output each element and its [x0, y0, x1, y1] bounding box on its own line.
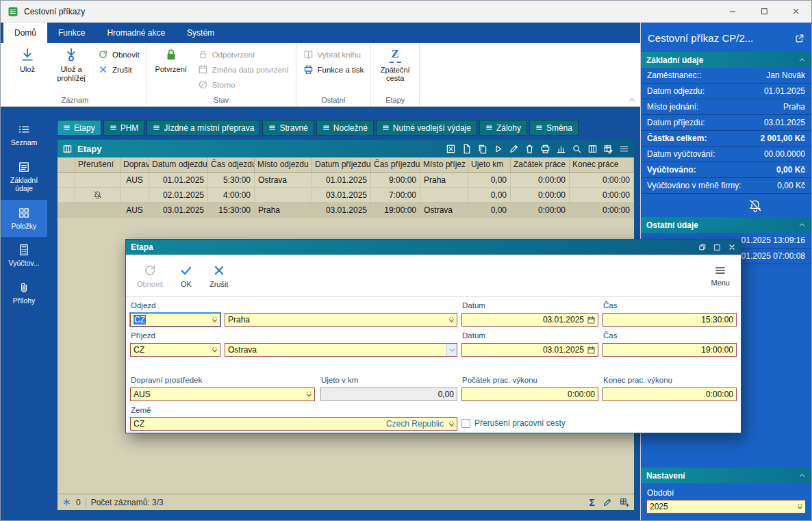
- dialog-dock-icon[interactable]: [698, 243, 707, 251]
- preruseni-checkbox[interactable]: Přerušení pracovní cesty: [461, 418, 566, 428]
- section-header-ostatni-udaje[interactable]: Ostatní údaje: [641, 217, 811, 233]
- filter-icon[interactable]: [62, 498, 71, 507]
- collapse-section-icon[interactable]: [798, 472, 806, 479]
- obnovit-button[interactable]: Obnovit: [98, 49, 140, 60]
- section-header-nastaveni[interactable]: Nastavení: [641, 468, 811, 483]
- tab-zalohy[interactable]: Zálohy: [479, 120, 527, 136]
- dropdown-icon[interactable]: [210, 344, 220, 356]
- collapse-section-icon[interactable]: [798, 56, 806, 64]
- table-row[interactable]: AUS03.01.202515:30:00Praha03.01.202519:0…: [58, 203, 634, 218]
- table-row[interactable]: 02.01.20254:00:0003.01.20257:00:000,000:…: [58, 188, 634, 203]
- vybrat-knihu-button[interactable]: Vybrat knihu: [303, 49, 364, 60]
- tab-smena[interactable]: Směna: [529, 120, 579, 136]
- tab-nutne-vedlejsi-vydaje[interactable]: Nutné vedlejší výdaje: [376, 120, 477, 136]
- zmena-data-potvrzeni-button[interactable]: Změna data potvrzení: [198, 64, 289, 75]
- pocatek-field[interactable]: 0:00:00: [461, 387, 598, 401]
- dropdown-icon[interactable]: [446, 314, 457, 326]
- close-button[interactable]: [780, 1, 811, 22]
- menu-button[interactable]: Menu: [711, 264, 730, 287]
- ok-button[interactable]: OK: [179, 264, 193, 288]
- ribbon-tab-domu[interactable]: Domů: [3, 23, 47, 43]
- zeme-combobox[interactable]: CZ Czech Republic: [130, 417, 457, 431]
- prijezd-datum-field[interactable]: 03.01.2025: [461, 343, 598, 357]
- open-record-icon[interactable]: [795, 34, 804, 43]
- section-header-zakladni-udaje[interactable]: Základní údaje: [641, 52, 811, 68]
- grid-toolbar-excel-icon[interactable]: [446, 144, 456, 154]
- edit-columns-icon[interactable]: [620, 498, 629, 507]
- column-header-ujeto-km[interactable]: Ujeto km: [468, 157, 511, 172]
- prijezd-place-combobox[interactable]: Ostrava: [225, 343, 457, 357]
- grid-toolbar-chart-icon[interactable]: [556, 144, 566, 154]
- grid-toolbar-menu-icon[interactable]: [619, 144, 629, 154]
- dialog-close-icon[interactable]: [728, 243, 736, 251]
- prijezd-country-combobox[interactable]: CZ: [130, 343, 220, 357]
- ribbon-collapse-icon[interactable]: [628, 96, 636, 104]
- column-header-konec-prace[interactable]: Konec práce: [570, 157, 634, 172]
- tab-phm[interactable]: PHM: [103, 120, 145, 136]
- dropdown-icon[interactable]: [795, 500, 805, 513]
- checkbox-box[interactable]: [461, 419, 470, 428]
- storno-button[interactable]: Storno: [198, 79, 289, 90]
- table-row[interactable]: AUS01.01.20255:30:00Ostrava01.01.20259:0…: [58, 173, 634, 188]
- column-header-cas-odjezdu[interactable]: Čas odjezdu: [208, 157, 255, 172]
- uloz-a-prohlizej-button[interactable]: Ulož a prohlížej: [49, 43, 93, 82]
- obdobi-combobox[interactable]: 2025: [646, 500, 806, 513]
- maximize-button[interactable]: [748, 1, 780, 22]
- calendar-icon[interactable]: [587, 346, 598, 355]
- tab-noclezne[interactable]: Nocležné: [316, 120, 374, 136]
- sidebar-item-vyuctov[interactable]: Vyúčtov...: [1, 237, 47, 275]
- dialog-maximize-icon[interactable]: [713, 244, 721, 251]
- calendar-icon[interactable]: [587, 316, 598, 325]
- sum-icon[interactable]: Σ: [589, 497, 595, 508]
- tab-jizdne-a-mistni-preprava[interactable]: Jízdné a místní přeprava: [147, 120, 260, 136]
- dialog-titlebar[interactable]: Etapa: [126, 240, 741, 255]
- column-header-preruseni[interactable]: Přerušení: [75, 157, 120, 172]
- zrusit-button[interactable]: Zrušit: [98, 64, 140, 75]
- zpatecni-cesta-button[interactable]: ZZpáteční cesta: [373, 43, 417, 83]
- potvrzeni-button[interactable]: Potvrzení: [149, 43, 193, 74]
- prijezd-cas-field[interactable]: 19:00:00: [602, 343, 737, 357]
- odjezd-datum-field[interactable]: 03.01.2025: [461, 313, 598, 327]
- dropdown-icon[interactable]: [210, 314, 220, 326]
- dopravni-combobox[interactable]: AUS: [130, 387, 315, 401]
- grid-toolbar-preview-icon[interactable]: [572, 144, 582, 154]
- uloz-button[interactable]: Ulož: [5, 43, 49, 74]
- ribbon-tab-hromadne-akce[interactable]: Hromadné akce: [96, 23, 176, 43]
- konec-field[interactable]: 0:00:00: [602, 387, 737, 401]
- ribbon-tab-system[interactable]: Systém: [176, 23, 225, 43]
- grid-toolbar-columns-icon[interactable]: [587, 144, 598, 154]
- odjezd-country-combobox[interactable]: CZ: [130, 313, 220, 327]
- grid-toolbar-trash-icon[interactable]: [524, 144, 535, 154]
- tab-etapy[interactable]: Etapy: [57, 120, 101, 136]
- tab-stravne[interactable]: Stravné: [262, 120, 314, 136]
- grid-toolbar-table-edit-icon[interactable]: [603, 144, 613, 154]
- odjezd-place-combobox[interactable]: Praha: [225, 313, 457, 327]
- column-header-zacatek-prace[interactable]: Začátek práce: [511, 157, 570, 172]
- grid-toolbar-pencil-icon[interactable]: [509, 144, 519, 154]
- funkce-a-tisk-button[interactable]: Funkce a tisk: [303, 64, 364, 75]
- collapse-section-icon[interactable]: [798, 221, 806, 229]
- grid-toolbar-doc-new-icon[interactable]: [461, 144, 472, 154]
- column-header-cas-prijezdu[interactable]: Čas příjezdu: [371, 157, 420, 172]
- cancel-button[interactable]: Zrušit: [210, 264, 229, 288]
- grid-toolbar-doc-copy-icon[interactable]: [477, 144, 487, 154]
- odjezd-cas-field[interactable]: 15:30:00: [602, 313, 737, 327]
- dropdown-icon[interactable]: [446, 418, 457, 430]
- grid-toolbar-play-icon[interactable]: [493, 144, 503, 154]
- column-header-misto-odjezdu[interactable]: Místo odjezdu: [255, 157, 312, 172]
- column-header-datum-odjezdu[interactable]: Datum odjezdu: [149, 157, 208, 172]
- minimize-button[interactable]: [717, 1, 748, 22]
- sidebar-item-polozky[interactable]: Položky: [1, 200, 47, 238]
- ribbon-tab-funkce[interactable]: Funkce: [47, 23, 96, 43]
- grid-toolbar-printer-icon[interactable]: [540, 144, 550, 154]
- sidebar-item-seznam[interactable]: Seznam: [1, 116, 47, 154]
- refresh-button[interactable]: Obnovit: [137, 264, 163, 288]
- sidebar-item-prilohy[interactable]: Přílohy: [1, 275, 47, 312]
- column-header-misto-prijez[interactable]: Místo příjez: [420, 157, 468, 172]
- column-header-doprav[interactable]: Doprav: [120, 157, 149, 172]
- edit-record-icon[interactable]: [602, 498, 612, 507]
- odpotvrzeni-button[interactable]: Odpotvrzení: [198, 49, 289, 60]
- dropdown-icon[interactable]: [304, 388, 314, 401]
- sidebar-item-zakladni-udaje[interactable]: Základní údaje: [1, 154, 47, 200]
- combo-arrow-icon[interactable]: [446, 344, 457, 356]
